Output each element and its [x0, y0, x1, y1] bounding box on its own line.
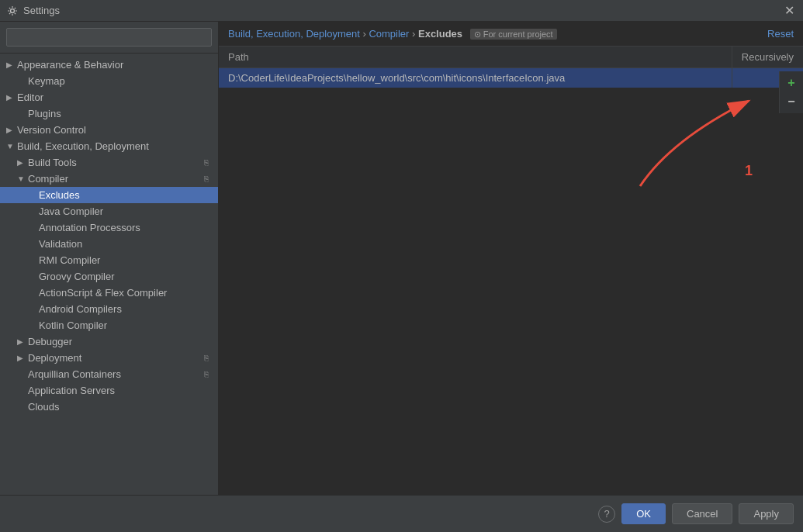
ok-button[interactable]: OK — [621, 503, 666, 524]
reset-link[interactable]: Reset — [767, 28, 794, 40]
breadcrumb-compiler[interactable]: Compiler — [369, 28, 409, 40]
sidebar-label-java-compiler: Java Compiler — [39, 206, 212, 217]
column-path: Path — [219, 47, 732, 68]
sidebar-item-editor[interactable]: ▶Editor — [0, 89, 218, 105]
breadcrumb-excludes: Excludes — [418, 28, 462, 40]
sidebar-label-groovy-compiler: Groovy Compiler — [39, 271, 212, 282]
arrow-annotation: 1 — [625, 78, 780, 196]
sidebar-label-debugger: Debugger — [28, 336, 212, 347]
table-actions: + − — [779, 71, 803, 113]
add-button[interactable]: + — [783, 74, 800, 92]
tree-arrow-editor: ▶ — [6, 93, 17, 102]
sidebar-item-clouds[interactable]: Clouds — [0, 399, 218, 415]
title-bar: Settings ✕ — [0, 0, 803, 22]
copy-icon-compiler: ⎘ — [201, 174, 212, 185]
tree-arrow-build-tools: ▶ — [17, 158, 28, 167]
window-title: Settings — [23, 5, 60, 16]
sidebar-label-validation: Validation — [39, 238, 212, 250]
sidebar-label-plugins: Plugins — [28, 108, 212, 119]
breadcrumb-bar: Build, Execution, Deployment › Compiler … — [219, 22, 803, 47]
sidebar-item-appearance-behavior[interactable]: ▶Appearance & Behavior — [0, 57, 218, 73]
sidebar-label-editor: Editor — [17, 92, 212, 103]
close-button[interactable]: ✕ — [781, 3, 797, 19]
remove-button[interactable]: − — [783, 93, 800, 110]
sidebar-label-version-control: Version Control — [17, 124, 212, 136]
copy-icon-arquillian-containers: ⎘ — [201, 369, 212, 380]
sidebar: ▶Appearance & BehaviorKeymap▶EditorPlugi… — [0, 22, 219, 495]
sidebar-item-deployment[interactable]: ▶Deployment⎘ — [0, 350, 218, 366]
sidebar-tree: ▶Appearance & BehaviorKeymap▶EditorPlugi… — [0, 54, 218, 495]
sidebar-item-debugger[interactable]: ▶Debugger — [0, 333, 218, 350]
tree-arrow-version-control: ▶ — [6, 126, 17, 134]
breadcrumb-sep2: › — [412, 28, 418, 40]
sidebar-item-application-servers[interactable]: Application Servers — [0, 382, 218, 399]
svg-point-0 — [11, 9, 15, 12]
bottom-bar: ? OK Cancel Apply — [0, 495, 803, 532]
sidebar-label-keymap: Keymap — [28, 75, 212, 87]
copy-icon-deployment: ⎘ — [201, 353, 212, 364]
sidebar-item-annotation-processors[interactable]: Annotation Processors — [0, 219, 218, 236]
sidebar-item-excludes[interactable]: Excludes — [0, 187, 218, 203]
table-header-row: Path Recursively — [219, 47, 803, 68]
sidebar-item-build-tools[interactable]: ▶Build Tools⎘ — [0, 154, 218, 171]
sidebar-item-build-execution-deployment[interactable]: ▼Build, Execution, Deployment — [0, 138, 218, 154]
tree-arrow-compiler: ▼ — [17, 174, 28, 183]
title-bar-left: Settings — [6, 5, 60, 17]
copy-icon-build-tools: ⎘ — [201, 157, 212, 168]
sidebar-label-appearance-behavior: Appearance & Behavior — [17, 59, 212, 71]
tree-arrow-debugger: ▶ — [17, 337, 28, 346]
search-box — [0, 22, 218, 54]
sidebar-label-deployment: Deployment — [28, 352, 198, 364]
sidebar-label-rmi-compiler: RMI Compiler — [39, 254, 212, 266]
apply-button[interactable]: Apply — [739, 503, 794, 524]
breadcrumb-build[interactable]: Build, Execution, Deployment — [228, 28, 360, 40]
sidebar-item-compiler[interactable]: ▼Compiler⎘ — [0, 171, 218, 187]
cell-path: D:\CoderLife\IdeaProjects\hellow_world\s… — [219, 68, 732, 88]
cancel-button[interactable]: Cancel — [672, 503, 732, 524]
table-row[interactable]: D:\CoderLife\IdeaProjects\hellow_world\s… — [219, 68, 803, 88]
column-recursively: Recursively — [732, 47, 803, 68]
settings-icon — [6, 5, 19, 17]
sidebar-item-version-control[interactable]: ▶Version Control — [0, 122, 218, 138]
sidebar-item-kotlin-compiler[interactable]: Kotlin Compiler — [0, 317, 218, 333]
sidebar-label-android-compilers: Android Compilers — [39, 303, 212, 315]
sidebar-label-excludes: Excludes — [39, 189, 212, 201]
sidebar-label-arquillian-containers: Arquillian Containers — [28, 368, 198, 380]
sidebar-item-plugins[interactable]: Plugins — [0, 105, 218, 122]
sidebar-item-arquillian-containers[interactable]: Arquillian Containers⎘ — [0, 366, 218, 382]
sidebar-item-groovy-compiler[interactable]: Groovy Compiler — [0, 268, 218, 285]
sidebar-label-compiler: Compiler — [28, 173, 198, 185]
sidebar-label-actionscript-flex-compiler: ActionScript & Flex Compiler — [39, 287, 212, 299]
sidebar-item-actionscript-flex-compiler[interactable]: ActionScript & Flex Compiler — [0, 285, 218, 301]
tree-arrow-build-execution-deployment: ▼ — [6, 142, 17, 150]
help-button[interactable]: ? — [598, 506, 615, 523]
sidebar-label-application-servers: Application Servers — [28, 385, 212, 396]
content-area: Build, Execution, Deployment › Compiler … — [219, 22, 803, 495]
table-container: Path Recursively D:\CoderLife\IdeaProjec… — [219, 47, 803, 495]
annotation-number: 1 — [745, 163, 753, 179]
sidebar-label-build-tools: Build Tools — [28, 157, 198, 168]
project-badge: ⊙ For current project — [470, 29, 557, 40]
tree-arrow-appearance-behavior: ▶ — [6, 60, 17, 69]
sidebar-label-build-execution-deployment: Build, Execution, Deployment — [17, 140, 212, 152]
breadcrumb: Build, Execution, Deployment › Compiler … — [228, 28, 557, 40]
sidebar-label-clouds: Clouds — [28, 401, 212, 413]
sidebar-item-android-compilers[interactable]: Android Compilers — [0, 301, 218, 317]
main-layout: ▶Appearance & BehaviorKeymap▶EditorPlugi… — [0, 22, 803, 495]
sidebar-item-rmi-compiler[interactable]: RMI Compiler — [0, 252, 218, 268]
sidebar-item-java-compiler[interactable]: Java Compiler — [0, 203, 218, 219]
search-input[interactable] — [6, 28, 212, 47]
tree-arrow-deployment: ▶ — [17, 354, 28, 362]
arrow-svg — [625, 78, 780, 194]
sidebar-item-validation[interactable]: Validation — [0, 236, 218, 252]
sidebar-label-annotation-processors: Annotation Processors — [39, 222, 212, 233]
sidebar-item-keymap[interactable]: Keymap — [0, 73, 218, 89]
excludes-table: Path Recursively D:\CoderLife\IdeaProjec… — [219, 47, 803, 88]
sidebar-label-kotlin-compiler: Kotlin Compiler — [39, 320, 212, 331]
